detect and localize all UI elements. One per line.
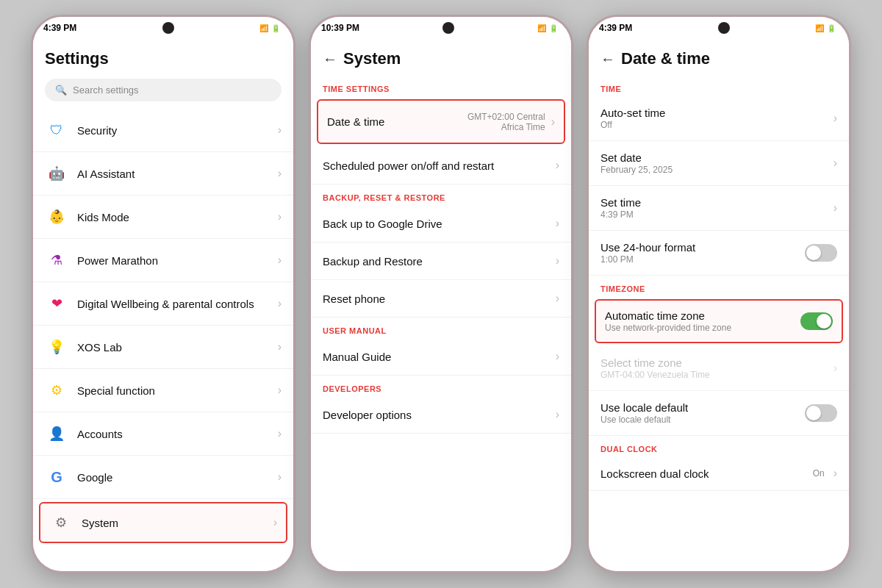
camera-notch-1 <box>162 22 174 34</box>
set-date-value: February 25, 2025 <box>600 165 828 175</box>
system-label: System <box>82 517 268 529</box>
system-item-backup-google[interactable]: Back up to Google Drive › <box>311 205 571 243</box>
status-bar-1: 4:39 PM 📶 🔋 <box>33 17 293 39</box>
chevron-icon: › <box>278 210 282 223</box>
dt-item-set-time[interactable]: Set time 4:39 PM › <box>589 186 849 231</box>
locale-toggle[interactable] <box>805 404 837 422</box>
kids-icon: 👶 <box>45 205 68 229</box>
ai-label: AI Assistant <box>77 168 272 180</box>
select-timezone-label: Select time zone <box>600 356 828 369</box>
chevron-icon: › <box>278 384 282 397</box>
chevron-icon: › <box>551 115 555 129</box>
set-date-label: Set date <box>600 151 828 164</box>
chevron-icon: › <box>833 467 837 480</box>
settings-item-special-function[interactable]: ⚙ Special function › <box>33 369 293 412</box>
settings-item-xos-lab[interactable]: 💡 XOS Lab › <box>33 326 293 369</box>
backup-restore-label: Backup and Restore <box>323 255 550 268</box>
status-bar-3: 4:39 PM 📶 🔋 <box>589 17 849 39</box>
dt-item-set-date[interactable]: Set date February 25, 2025 › <box>589 141 849 186</box>
set-time-value: 4:39 PM <box>600 209 828 220</box>
24hour-toggle[interactable] <box>805 244 837 262</box>
status-bar-2: 10:39 PM 📶 🔋 <box>311 17 571 39</box>
special-icon: ⚙ <box>45 379 68 402</box>
page-title-1: Settings <box>45 49 282 68</box>
section-time-settings: TIME SETTINGS <box>311 76 571 96</box>
system-item-date-time[interactable]: Date & time GMT+02:00 CentralAfrica Time… <box>317 99 565 144</box>
header-1: Settings <box>33 39 293 74</box>
security-label: Security <box>77 124 272 137</box>
system-item-scheduled-power[interactable]: Scheduled power on/off and restart › <box>311 147 571 184</box>
chevron-icon: › <box>273 516 277 529</box>
chevron-icon: › <box>556 292 559 305</box>
kids-label: Kids Mode <box>77 211 272 223</box>
section-time: TIME <box>589 76 849 96</box>
accounts-icon: 👤 <box>45 422 68 445</box>
dt-item-auto-set-time[interactable]: Auto-set time Off › <box>589 96 849 141</box>
auto-timezone-label: Automatic time zone <box>605 309 800 322</box>
google-label: Google <box>77 471 272 484</box>
system-item-developer-options[interactable]: Developer options › <box>311 396 571 434</box>
manual-guide-label: Manual Guide <box>323 351 550 363</box>
section-user-manual: USER MANUAL <box>311 318 571 338</box>
reset-phone-label: Reset phone <box>323 293 550 305</box>
chevron-icon: › <box>278 340 282 354</box>
settings-item-security[interactable]: 🛡 Security › <box>33 109 293 152</box>
accounts-label: Accounts <box>77 428 272 440</box>
chevron-icon: › <box>278 470 282 484</box>
camera-notch-2 <box>442 22 454 34</box>
settings-item-ai-assistant[interactable]: 🤖 AI Assistant › <box>33 152 293 196</box>
dt-item-lockscreen-dual[interactable]: Lockscreen dual clock On › <box>589 456 849 491</box>
dt-item-auto-timezone[interactable]: Automatic time zone Use network-provided… <box>595 299 843 343</box>
settings-item-system[interactable]: ⚙ System › <box>39 502 287 543</box>
locale-label: Use locale default <box>600 401 805 414</box>
settings-item-accounts[interactable]: 👤 Accounts › <box>33 412 293 456</box>
settings-list: 🛡 Security › 🤖 AI Assistant › 👶 Kids Mod… <box>33 109 293 571</box>
back-row-2: ← System <box>323 49 559 68</box>
chevron-icon: › <box>278 427 282 440</box>
developer-options-label: Developer options <box>323 409 550 421</box>
camera-notch-3 <box>718 22 730 34</box>
date-time-label: Date & time <box>327 115 384 128</box>
page-title-2: System <box>343 49 401 68</box>
chevron-icon: › <box>278 167 282 180</box>
phone-1: 4:39 PM 📶 🔋 Settings 🔍 Search settings 🛡… <box>31 15 295 573</box>
settings-item-power-marathon[interactable]: ⚗ Power Marathon › <box>33 239 293 282</box>
settings-item-google[interactable]: G Google › <box>33 456 293 499</box>
lockscreen-dual-value: On <box>813 468 825 478</box>
dt-item-24hour[interactable]: Use 24-hour format 1:00 PM <box>589 231 849 276</box>
section-developers: DEVELOPERS <box>311 376 571 396</box>
settings-item-digital-wellbeing[interactable]: ❤ Digital Wellbeing & parental controls … <box>33 282 293 326</box>
system-list: TIME SETTINGS Date & time GMT+02:00 Cent… <box>311 76 571 571</box>
toggle-knob <box>817 314 831 329</box>
section-dual-clock: DUAL CLOCK <box>589 436 849 456</box>
dt-item-locale-default[interactable]: Use locale default Use locale default <box>589 391 849 436</box>
toggle-knob <box>806 406 821 420</box>
time-1: 4:39 PM <box>43 23 76 33</box>
phone-3: 4:39 PM 📶 🔋 ← Date & time TIME Auto-set … <box>587 15 851 573</box>
toggle-knob <box>806 245 821 260</box>
locale-subtitle: Use locale default <box>600 415 805 425</box>
wellbeing-label: Digital Wellbeing & parental controls <box>77 298 272 310</box>
24hour-label: Use 24-hour format <box>600 241 805 254</box>
settings-item-kids-mode[interactable]: 👶 Kids Mode › <box>33 196 293 239</box>
special-label: Special function <box>77 384 272 397</box>
chevron-icon: › <box>278 254 282 267</box>
time-3: 4:39 PM <box>599 23 632 33</box>
status-icons-2: 📶 🔋 <box>537 24 558 32</box>
security-icon: 🛡 <box>45 118 68 142</box>
chevron-icon: › <box>833 157 837 170</box>
status-icons-3: 📶 🔋 <box>815 24 836 32</box>
status-icons-1: 📶 🔋 <box>259 24 280 32</box>
search-bar[interactable]: 🔍 Search settings <box>45 79 282 101</box>
chevron-icon: › <box>556 217 559 230</box>
auto-timezone-toggle[interactable] <box>800 312 833 330</box>
system-item-manual-guide[interactable]: Manual Guide › <box>311 338 571 376</box>
back-button-3[interactable]: ← <box>600 51 615 68</box>
back-button-2[interactable]: ← <box>323 51 337 68</box>
auto-timezone-subtitle: Use network-provided time zone <box>605 323 800 333</box>
scheduled-power-label: Scheduled power on/off and restart <box>323 159 550 172</box>
system-item-reset-phone[interactable]: Reset phone › <box>311 280 571 318</box>
auto-set-time-label: Auto-set time <box>600 107 828 119</box>
system-item-backup-restore[interactable]: Backup and Restore › <box>311 243 571 280</box>
dt-item-select-timezone: Select time zone GMT-04:00 Venezuela Tim… <box>589 346 849 391</box>
